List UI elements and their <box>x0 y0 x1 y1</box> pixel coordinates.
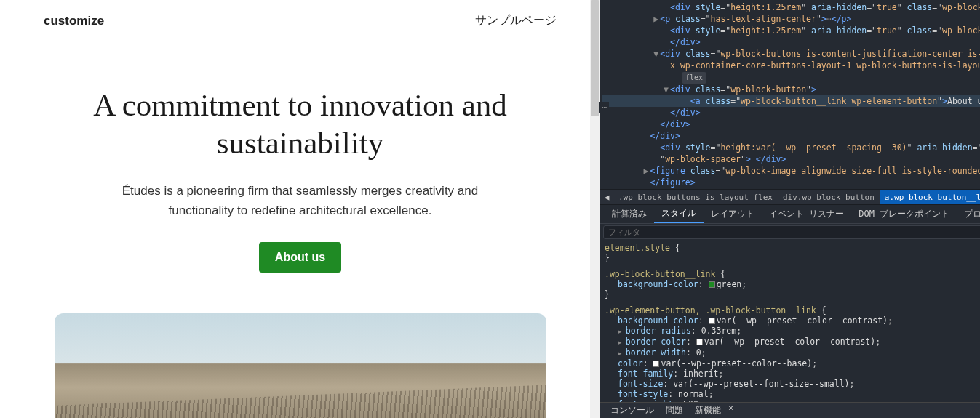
drawer-tab-close-icon[interactable]: × <box>728 403 733 418</box>
dom-node[interactable]: </div> <box>602 107 980 118</box>
devtools-panel: ⋯ <div style="height:1.25rem" aria-hidde… <box>600 0 980 418</box>
dom-node[interactable]: <div style="height:1.25rem" aria-hidden=… <box>602 1 980 13</box>
dom-node[interactable]: </div> <box>602 36 980 48</box>
ellipsis-icon[interactable]: ⋯ <box>600 102 609 113</box>
styles-tab[interactable]: 計算済み <box>605 206 654 222</box>
dom-node[interactable]: ▼<div class="wp-block-buttons is-content… <box>602 48 980 60</box>
styles-filter-input[interactable] <box>603 225 980 239</box>
styles-tab[interactable]: スタイル <box>654 205 704 223</box>
css-rule[interactable]: （インデックス）:199.wp-element-button, .wp-bloc… <box>605 305 980 402</box>
css-rule[interactable]: element.style {} <box>605 243 980 263</box>
dom-node[interactable]: </div> <box>602 118 980 130</box>
drawer: コンソール問題新機能× ⚙ × <box>600 402 980 418</box>
dom-node[interactable]: ▶<p class="has-text-align-center">⋯</p> <box>602 13 980 25</box>
dom-node[interactable]: </figure> <box>602 177 980 188</box>
styles-pane[interactable]: element.style {}style.css?ver=6.4.3:6.wp… <box>600 241 980 402</box>
breadcrumb-item[interactable]: div.wp-block-button <box>778 190 880 204</box>
styles-tabs: 計算済みスタイルレイアウトイベント リスナーDOM ブレークポイントプロパティ» <box>600 205 980 224</box>
styles-tab[interactable]: DOM ブレークポイント <box>851 206 957 222</box>
site-title[interactable]: customize <box>44 14 104 28</box>
hero-subtitle: Études is a pioneering firm that seamles… <box>100 182 501 220</box>
website-preview: customize サンプルページ A commitment to innova… <box>0 0 600 418</box>
styles-filter-row: :hov .cls + ⧉ ▣ <box>600 224 980 241</box>
preview-scrollbar-thumb[interactable] <box>591 0 599 116</box>
elements-tree[interactable]: ⋯ <div style="height:1.25rem" aria-hidde… <box>600 0 980 189</box>
dom-node[interactable]: flex <box>602 71 980 84</box>
dom-node[interactable]: x wp-container-core-buttons-layout-1 wp-… <box>602 60 980 71</box>
drawer-tab[interactable]: 問題 <box>660 403 689 418</box>
css-rule[interactable]: style.css?ver=6.4.3:6.wp-block-button__l… <box>605 269 980 300</box>
hero-title: A commitment to innovation and sustainab… <box>44 87 557 161</box>
styles-tab[interactable]: プロパティ <box>957 206 980 222</box>
breadcrumb-scroll-left[interactable]: ◀ <box>600 193 613 202</box>
dom-node[interactable]: "wp-block-spacer"> </div> <box>602 153 980 165</box>
breadcrumb: ◀ .wp-block-buttons-is-layout-flexdiv.wp… <box>600 189 980 205</box>
dom-node[interactable]: <div style="height:1.25rem" aria-hidden=… <box>602 25 980 36</box>
site-header: customize サンプルページ <box>44 13 557 28</box>
breadcrumb-item[interactable]: a.wp-block-button__link.wp-element-butto… <box>880 190 980 204</box>
hero-image <box>55 313 546 418</box>
preview-scrollbar[interactable] <box>590 0 600 418</box>
dom-node[interactable]: <div style="height:var(--wp--preset--spa… <box>602 142 980 153</box>
dom-node[interactable]: ▶<figure class="wp-block-image alignwide… <box>602 165 980 177</box>
styles-tab[interactable]: レイアウト <box>704 206 762 222</box>
dom-node[interactable]: <a class="wp-block-button__link wp-eleme… <box>602 95 980 107</box>
breadcrumb-item[interactable]: .wp-block-buttons-is-layout-flex <box>613 190 778 204</box>
dom-node[interactable]: </div> <box>602 130 980 142</box>
drawer-tab[interactable]: 新機能 <box>689 403 727 418</box>
dom-node[interactable]: ▼<div class="wp-block-button"> <box>602 84 980 95</box>
drawer-tab[interactable]: コンソール <box>605 403 660 418</box>
about-us-button[interactable]: About us <box>259 242 341 273</box>
nav-sample-page[interactable]: サンプルページ <box>475 13 557 28</box>
styles-tab[interactable]: イベント リスナー <box>762 206 851 222</box>
